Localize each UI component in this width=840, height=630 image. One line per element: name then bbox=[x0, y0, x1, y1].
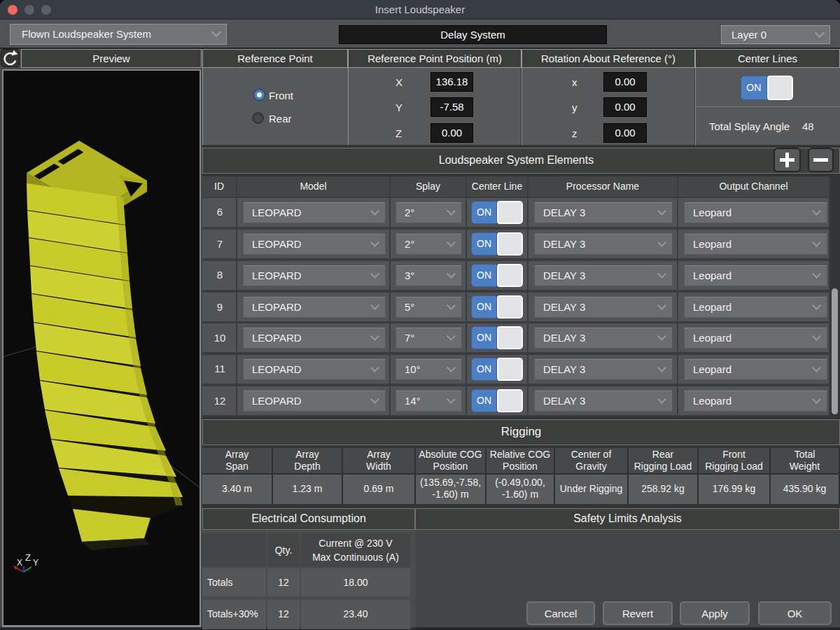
svg-text:Y: Y bbox=[33, 558, 38, 568]
svg-text:Z: Z bbox=[25, 552, 31, 563]
svg-text:X: X bbox=[17, 558, 22, 568]
